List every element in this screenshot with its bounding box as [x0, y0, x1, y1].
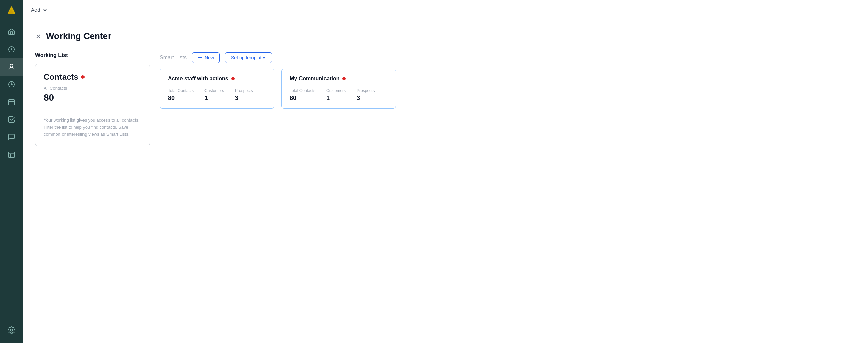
sidebar	[0, 0, 23, 343]
app-logo[interactable]	[0, 0, 23, 20]
smart-cards-container: Acme staff with actions Total Contacts 8…	[160, 69, 856, 109]
stat-value-customers-0: 1	[204, 95, 224, 102]
stat-value-total-1: 80	[290, 95, 315, 102]
contacts-card-header: Contacts	[44, 72, 142, 82]
contacts-card-title: Contacts	[44, 72, 78, 82]
stat-customers-0: Customers 1	[204, 88, 224, 102]
set-up-templates-button[interactable]: Set up templates	[225, 52, 272, 63]
smart-lists-section: Smart Lists New Set up templates	[160, 52, 856, 109]
stat-total-contacts-0: Total Contacts 80	[168, 88, 194, 102]
page-content: Working Center Working List Contacts All…	[23, 20, 868, 343]
sidebar-nav	[0, 20, 23, 321]
main-area: Add Working Center Working List	[23, 0, 868, 343]
svg-point-10	[10, 329, 13, 331]
smart-card-1[interactable]: My Communication Total Contacts 80 Custo…	[281, 69, 396, 109]
sidebar-item-home[interactable]	[0, 23, 23, 41]
templates-button-label: Set up templates	[231, 55, 266, 60]
close-icon	[35, 33, 41, 39]
stat-label-total-1: Total Contacts	[290, 88, 315, 93]
smart-card-1-dot	[342, 77, 346, 80]
contacts-description: Your working list gives you access to al…	[44, 117, 142, 138]
contacts-card[interactable]: Contacts All Contacts 80 Your working li…	[35, 64, 150, 146]
page-header: Working Center	[35, 31, 856, 42]
stat-value-total-0: 80	[168, 95, 194, 102]
stat-total-contacts-1: Total Contacts 80	[290, 88, 315, 102]
stat-customers-1: Customers 1	[326, 88, 346, 102]
smart-card-1-stats: Total Contacts 80 Customers 1 Prospects …	[290, 88, 388, 102]
smart-card-0-stats: Total Contacts 80 Customers 1 Prospects …	[168, 88, 266, 102]
sections-container: Working List Contacts All Contacts 80 Yo…	[35, 52, 856, 146]
stat-value-prospects-1: 3	[357, 95, 375, 102]
working-list-title: Working List	[35, 52, 150, 58]
contacts-count: 80	[44, 92, 142, 103]
new-button-label: New	[204, 55, 214, 60]
stat-label-prospects-1: Prospects	[357, 88, 375, 93]
svg-rect-6	[9, 100, 15, 105]
sidebar-item-reports[interactable]	[0, 146, 23, 163]
chevron-down-icon	[42, 7, 48, 13]
sidebar-item-calendar[interactable]	[0, 93, 23, 111]
sidebar-item-deals[interactable]	[0, 76, 23, 93]
smart-lists-title: Smart Lists	[160, 55, 187, 61]
plus-icon	[198, 55, 202, 60]
smart-lists-header: Smart Lists New Set up templates	[160, 52, 856, 63]
sidebar-item-settings[interactable]	[8, 321, 15, 339]
contacts-status-dot	[81, 75, 85, 79]
stat-label-total-0: Total Contacts	[168, 88, 194, 93]
sidebar-item-messages[interactable]	[0, 128, 23, 146]
smart-card-1-header: My Communication	[290, 76, 388, 82]
stat-prospects-1: Prospects 3	[357, 88, 375, 102]
stat-prospects-0: Prospects 3	[235, 88, 253, 102]
stat-value-prospects-0: 3	[235, 95, 253, 102]
add-button[interactable]: Add	[31, 7, 48, 13]
stat-label-customers-0: Customers	[204, 88, 224, 93]
smart-card-0-header: Acme staff with actions	[168, 76, 266, 82]
sidebar-item-contacts[interactable]	[0, 58, 23, 76]
smart-card-0-dot	[231, 77, 235, 80]
svg-rect-7	[9, 152, 15, 158]
contacts-sub-label: All Contacts	[44, 86, 142, 91]
sidebar-bottom	[8, 321, 15, 343]
topbar: Add	[23, 0, 868, 20]
sidebar-item-tasks[interactable]	[0, 111, 23, 128]
stat-label-prospects-0: Prospects	[235, 88, 253, 93]
stat-value-customers-1: 1	[326, 95, 346, 102]
close-button[interactable]	[35, 33, 41, 39]
sidebar-item-activity[interactable]	[0, 41, 23, 58]
stat-label-customers-1: Customers	[326, 88, 346, 93]
smart-card-0[interactable]: Acme staff with actions Total Contacts 8…	[160, 69, 274, 109]
working-list-section: Working List Contacts All Contacts 80 Yo…	[35, 52, 150, 146]
contacts-divider	[44, 110, 142, 110]
svg-point-3	[10, 64, 13, 67]
new-smart-list-button[interactable]: New	[192, 52, 220, 63]
page-title: Working Center	[46, 31, 111, 42]
smart-card-1-title: My Communication	[290, 76, 340, 82]
add-label: Add	[31, 7, 40, 13]
smart-card-0-title: Acme staff with actions	[168, 76, 228, 82]
